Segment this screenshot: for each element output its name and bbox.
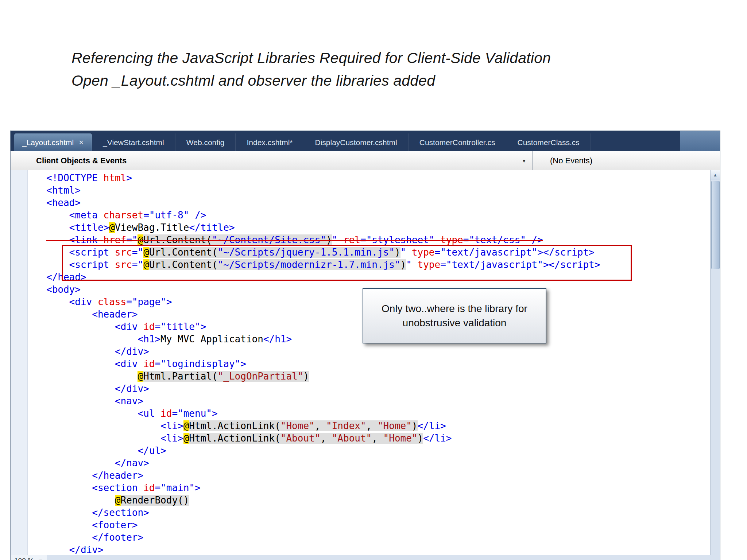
- tab-index-cshtml-[interactable]: Index.cshtml*: [236, 133, 304, 151]
- tab-customerclass-cs[interactable]: CustomerClass.cs: [506, 133, 591, 151]
- close-icon[interactable]: ×: [79, 139, 84, 146]
- tab-bar-end: [680, 131, 720, 151]
- code-line: <script src="@Url.Content("~/Scripts/mod…: [46, 258, 711, 271]
- code-line: <footer>: [46, 519, 711, 531]
- heading-line-2: Open _Layout.cshtml and observer the lib…: [71, 69, 551, 92]
- tab-displaycustomer-cshtml[interactable]: DisplayCustomer.cshtml: [304, 133, 409, 151]
- vertical-scrollbar[interactable]: ▲: [710, 170, 720, 560]
- code-line: <!DOCTYPE html>: [46, 172, 711, 184]
- scroll-up-icon[interactable]: ▲: [711, 170, 720, 180]
- code-line: </div>: [46, 382, 711, 395]
- events-dropdown-label: (No Events): [550, 156, 592, 166]
- code-line: <ul id="menu">: [46, 407, 711, 420]
- code-lines[interactable]: <!DOCTYPE html><html><head> <meta charse…: [27, 172, 711, 560]
- code-line: </div>: [46, 544, 711, 556]
- events-dropdown[interactable]: (No Events): [532, 151, 720, 170]
- code-line: </footer>: [46, 531, 711, 544]
- code-line: <script src="@Url.Content("~/Scripts/jqu…: [46, 246, 711, 258]
- horizontal-scrollbar[interactable]: 100 % ▼: [11, 555, 711, 560]
- indicator-margin: [11, 170, 28, 560]
- code-line: <nav>: [46, 395, 711, 407]
- tab-bar: _Layout.cshtml×_ViewStart.cshtmlWeb.conf…: [11, 131, 720, 151]
- code-line: <link href="@Url.Content("~/Content/Site…: [46, 234, 711, 246]
- code-line: <head>: [46, 197, 711, 209]
- code-line: <li>@Html.ActionLink("About", "About", "…: [46, 432, 711, 444]
- tab-label: DisplayCustomer.cshtml: [315, 138, 397, 147]
- tab-label: Index.cshtml*: [247, 138, 293, 147]
- objects-dropdown[interactable]: Client Objects & Events ▼: [11, 151, 532, 170]
- tab--viewstart-cshtml[interactable]: _ViewStart.cshtml: [92, 133, 175, 151]
- tab--layout-cshtml[interactable]: _Layout.cshtml×: [14, 133, 92, 151]
- callout-line-2: unobstrusive validation: [363, 316, 546, 330]
- code-line: <title>@ViewBag.Title</title>: [46, 221, 711, 234]
- tab-web-config[interactable]: Web.config: [175, 133, 236, 151]
- callout-note: Only two..where is the library for unobs…: [363, 288, 546, 343]
- zoom-control[interactable]: 100 % ▼: [11, 555, 47, 560]
- code-line: </header>: [46, 469, 711, 482]
- chevron-down-icon[interactable]: ▼: [522, 158, 526, 164]
- tab-customercontroller-cs[interactable]: CustomerController.cs: [409, 133, 507, 151]
- tab-label: _Layout.cshtml: [22, 138, 74, 147]
- code-line: </nav>: [46, 457, 711, 469]
- callout-line-1: Only two..where is the library for: [363, 302, 546, 316]
- tab-label: CustomerController.cs: [419, 138, 495, 147]
- code-line: <html>: [46, 184, 711, 197]
- code-line: </div>: [46, 345, 711, 358]
- code-line: @Html.Partial("_LogOnPartial"): [46, 370, 711, 382]
- navigation-bar: Client Objects & Events ▼ (No Events): [11, 151, 720, 171]
- tab-label: _ViewStart.cshtml: [103, 138, 164, 147]
- page-heading: Referencing the JavaScript Libraries Req…: [71, 47, 551, 92]
- page: Referencing the JavaScript Libraries Req…: [0, 0, 747, 560]
- code-line: <meta charset="utf-8" />: [46, 209, 711, 221]
- tab-strip: _Layout.cshtml×_ViewStart.cshtmlWeb.conf…: [11, 131, 680, 151]
- objects-dropdown-label: Client Objects & Events: [36, 156, 127, 166]
- zoom-level: 100 %: [14, 557, 34, 560]
- code-line: @RenderBody(): [46, 494, 711, 506]
- code-editor[interactable]: <!DOCTYPE html><html><head> <meta charse…: [11, 170, 720, 560]
- editor-window: _Layout.cshtml×_ViewStart.cshtmlWeb.conf…: [10, 131, 720, 560]
- code-line: </ul>: [46, 444, 711, 457]
- code-line: <li>@Html.ActionLink("Home", "Index", "H…: [46, 420, 711, 432]
- code-line: </head>: [46, 271, 711, 283]
- chevron-down-icon[interactable]: ▼: [38, 558, 43, 560]
- scrollbar-thumb[interactable]: [711, 181, 720, 269]
- heading-line-1: Referencing the JavaScript Libraries Req…: [71, 47, 551, 69]
- tab-label: Web.config: [186, 138, 225, 147]
- code-line: </section>: [46, 506, 711, 519]
- code-line: <div id="logindisplay">: [46, 358, 711, 370]
- tab-label: CustomerClass.cs: [517, 138, 579, 147]
- code-line: <section id="main">: [46, 482, 711, 494]
